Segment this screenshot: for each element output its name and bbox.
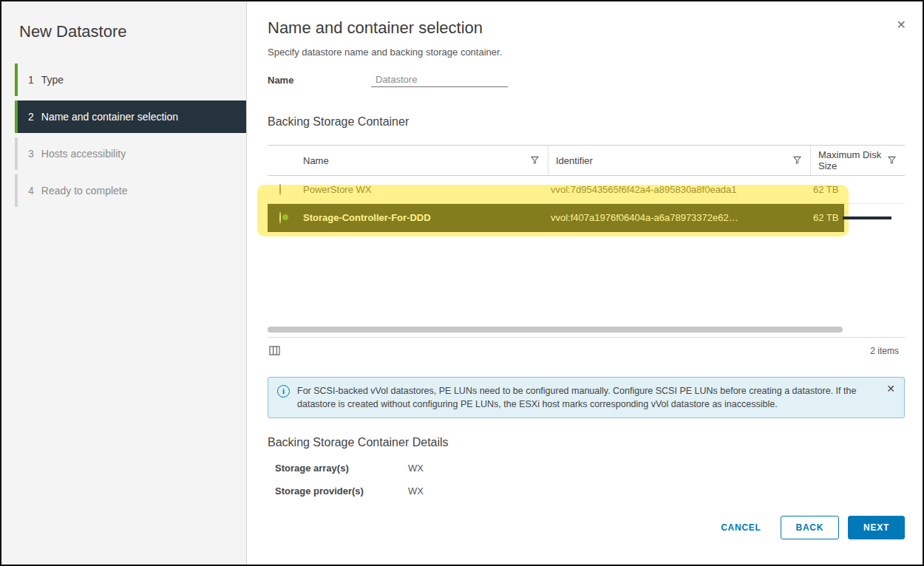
radio-column-header xyxy=(268,146,300,175)
column-label: Maximum Disk Size xyxy=(818,149,888,171)
filter-icon[interactable] xyxy=(888,155,896,166)
row-radio-cell xyxy=(268,212,300,223)
container-details-title: Backing Storage Container Details xyxy=(268,436,905,449)
info-banner-text: For SCSI-backed vVol datastores, PE LUNs… xyxy=(297,384,874,411)
items-count: 2 items xyxy=(870,346,899,356)
banner-close-icon[interactable]: ✕ xyxy=(886,383,895,394)
next-button[interactable]: NEXT xyxy=(848,516,905,539)
new-datastore-dialog: New Datastore 1 Type 2 Name and containe… xyxy=(0,0,924,566)
row-identifier: vvol:7d9543565f6f42a4-a895830a8f0eada1 xyxy=(548,184,810,195)
step-label: Type xyxy=(41,74,64,86)
radio-selected[interactable] xyxy=(279,212,281,223)
wizard-content: Name and container selection ✕ Specify d… xyxy=(247,1,923,565)
column-label: Identifier xyxy=(556,155,593,166)
radio-unselected[interactable] xyxy=(279,184,281,195)
step-ready-to-complete: 4 Ready to complete xyxy=(15,174,246,207)
row-name: Storage-Controller-For-DDD xyxy=(300,212,548,223)
column-header-name[interactable]: Name xyxy=(300,146,548,175)
detail-label: Storage provider(s) xyxy=(275,485,408,497)
step-number: 3 xyxy=(28,148,34,160)
filter-icon[interactable] xyxy=(793,155,801,166)
step-hosts-accessibility: 3 Hosts accessibility xyxy=(15,137,246,170)
detail-value: WX xyxy=(408,463,424,474)
info-banner: i For SCSI-backed vVol datastores, PE LU… xyxy=(268,377,905,418)
step-number: 4 xyxy=(28,185,34,197)
step-number: 1 xyxy=(28,74,34,86)
row-radio-cell xyxy=(268,184,300,195)
detail-value: WX xyxy=(408,485,424,497)
wizard-title: New Datastore xyxy=(1,22,246,41)
grid-header: Name Identifier Maximum Disk Size xyxy=(268,145,905,176)
page-subtitle: Specify datastore name and backing stora… xyxy=(268,46,905,59)
table-row-storage-controller-for-ddd[interactable]: Storage-Controller-For-DDD vvol:f407a197… xyxy=(268,204,905,232)
row-identifier: vvol:f407a1976f06404a-a6a78973372e62… xyxy=(548,212,810,223)
column-settings-icon[interactable] xyxy=(269,346,280,355)
grid-empty-space xyxy=(268,232,905,325)
column-header-identifier[interactable]: Identifier xyxy=(548,146,810,175)
info-icon: i xyxy=(277,385,290,398)
row-max-disk-size: 62 TB xyxy=(810,212,905,223)
datastore-name-input[interactable] xyxy=(371,72,508,87)
cancel-button[interactable]: CANCEL xyxy=(721,522,761,533)
wizard-actions: CANCEL BACK NEXT xyxy=(721,516,905,539)
step-number: 2 xyxy=(28,111,34,123)
wizard-steps: 1 Type 2 Name and container selection 3 … xyxy=(1,64,246,207)
backing-storage-container-title: Backing Storage Container xyxy=(268,114,905,130)
column-label: Name xyxy=(303,155,329,166)
step-type[interactable]: 1 Type xyxy=(15,64,246,96)
detail-label: Storage array(s) xyxy=(275,463,408,474)
detail-row-storage-array: Storage array(s) WX xyxy=(275,463,905,474)
datastore-name-row: Name xyxy=(268,71,905,89)
close-icon[interactable]: ✕ xyxy=(897,19,906,31)
step-label: Name and container selection xyxy=(41,111,178,123)
page-title: Name and container selection xyxy=(268,18,905,38)
name-label: Name xyxy=(268,75,371,86)
wizard-sidebar: New Datastore 1 Type 2 Name and containe… xyxy=(1,1,247,565)
back-button[interactable]: BACK xyxy=(781,516,840,539)
horizontal-scrollbar[interactable] xyxy=(268,327,843,333)
step-label: Ready to complete xyxy=(41,185,128,197)
row-name: PowerStore WX xyxy=(300,184,548,195)
table-row-powerstore-wx[interactable]: PowerStore WX vvol:7d9543565f6f42a4-a895… xyxy=(268,176,905,204)
grid-footer: 2 items xyxy=(268,337,905,364)
column-header-maximum-disk-size[interactable]: Maximum Disk Size xyxy=(810,146,905,175)
container-details: Storage array(s) WX Storage provider(s) … xyxy=(268,463,905,497)
storage-container-grid: Name Identifier Maximum Disk Size xyxy=(268,145,905,364)
detail-row-storage-provider: Storage provider(s) WX xyxy=(275,485,905,497)
step-name-and-container-selection[interactable]: 2 Name and container selection xyxy=(15,100,246,133)
filter-icon[interactable] xyxy=(531,155,539,166)
step-label: Hosts accessibility xyxy=(41,148,126,160)
row-max-disk-size: 62 TB xyxy=(810,184,905,195)
